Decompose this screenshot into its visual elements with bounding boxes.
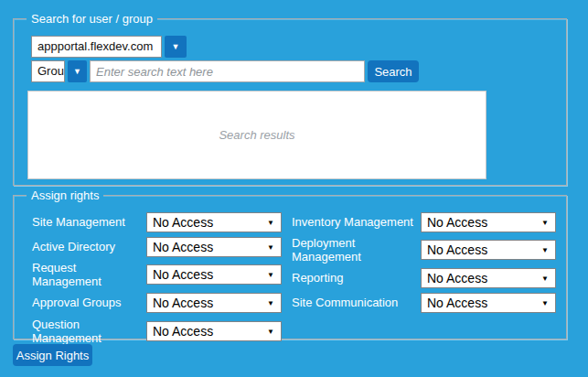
rights-row: ReportingNo Access▼	[292, 268, 556, 289]
search-type-combo-dropdown-button[interactable]: ▼	[68, 60, 87, 82]
domain-combo-value[interactable]: appportal.flexdev.com	[31, 36, 162, 58]
rights-row: Site ManagementNo Access▼	[32, 211, 282, 232]
rights-label-question-management: Question Management	[32, 318, 146, 346]
search-input[interactable]	[90, 60, 365, 82]
rights-label-approval-groups: Approval Groups	[32, 296, 146, 309]
search-results-placeholder: Search results	[219, 128, 294, 142]
select-value: No Access	[153, 294, 213, 312]
select-value: No Access	[427, 241, 487, 259]
site-communication-access-select[interactable]: No Access▼	[421, 293, 556, 313]
approval-groups-access-select[interactable]: No Access▼	[146, 293, 282, 313]
rights-row: Active DirectoryNo Access▼	[32, 236, 282, 257]
rights-label-deployment-management: Deployment Management	[292, 236, 421, 264]
select-value: No Access	[153, 265, 213, 284]
select-value: No Access	[153, 213, 213, 232]
select-value: No Access	[427, 294, 487, 312]
active-directory-access-select[interactable]: No Access▼	[146, 237, 282, 257]
chevron-down-icon: ▼	[73, 67, 81, 76]
question-management-access-select[interactable]: No Access▼	[146, 321, 282, 341]
assign-rights-panel: Search for user / group appportal.flexde…	[0, 0, 588, 377]
select-value: No Access	[153, 322, 213, 340]
chevron-down-icon: ▼	[267, 299, 274, 307]
inventory-management-access-select[interactable]: No Access▼	[421, 212, 556, 232]
select-value: No Access	[427, 269, 487, 287]
deployment-management-access-select[interactable]: No Access▼	[421, 240, 556, 260]
select-value: No Access	[153, 238, 213, 256]
rights-row: Approval GroupsNo Access▼	[32, 293, 282, 314]
rights-row: Inventory ManagementNo Access▼	[292, 211, 556, 232]
rights-column-right: Inventory ManagementNo Access▼Deployment…	[292, 211, 556, 318]
assign-rights-button[interactable]: Assign Rights	[13, 344, 92, 366]
search-groupbox: Search for user / group appportal.flexde…	[13, 18, 567, 186]
rights-groupbox-legend: Assign rights	[27, 188, 103, 203]
chevron-down-icon: ▼	[267, 218, 274, 226]
rights-label-site-management: Site Management	[32, 215, 146, 229]
select-value: No Access	[427, 213, 487, 232]
rights-row: Request ManagementNo Access▼	[32, 261, 282, 289]
chevron-down-icon: ▼	[267, 242, 274, 251]
request-management-access-select[interactable]: No Access▼	[146, 264, 282, 285]
chevron-down-icon: ▼	[541, 246, 549, 254]
rights-row: Deployment ManagementNo Access▼	[292, 236, 556, 264]
site-management-access-select[interactable]: No Access▼	[146, 212, 282, 232]
rights-row: Question ManagementNo Access▼	[32, 318, 282, 346]
rights-label-active-directory: Active Directory	[32, 240, 146, 253]
search-results-list[interactable]: Search results	[27, 91, 486, 179]
rights-groupbox: Assign rights Site ManagementNo Access▼A…	[13, 195, 567, 339]
search-groupbox-legend: Search for user / group	[27, 11, 157, 27]
rights-label-request-management: Request Management	[32, 261, 146, 289]
rights-label-inventory-management: Inventory Management	[292, 215, 421, 229]
rights-row: Site CommunicationNo Access▼	[292, 293, 556, 314]
chevron-down-icon: ▼	[267, 271, 274, 279]
chevron-down-icon: ▼	[541, 218, 549, 226]
chevron-down-icon: ▼	[541, 275, 549, 283]
reporting-access-select[interactable]: No Access▼	[421, 268, 556, 288]
rights-column-left: Site ManagementNo Access▼Active Director…	[32, 211, 282, 349]
chevron-down-icon: ▼	[267, 327, 274, 335]
search-button[interactable]: Search	[368, 60, 419, 82]
rights-label-site-communication: Site Communication	[292, 296, 421, 309]
domain-combo-dropdown-button[interactable]: ▼	[165, 36, 187, 58]
chevron-down-icon: ▼	[541, 299, 549, 307]
search-type-combo-value[interactable]: Group	[31, 60, 65, 82]
rights-label-reporting: Reporting	[292, 271, 421, 285]
chevron-down-icon: ▼	[172, 42, 180, 51]
